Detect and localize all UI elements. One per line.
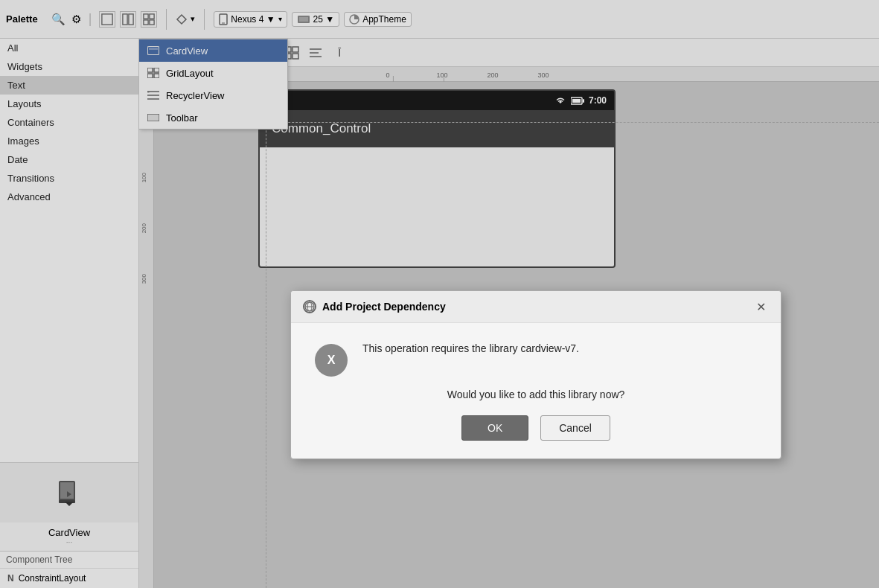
dialog-cancel-button[interactable]: Cancel [540,415,610,441]
dialog-message2: Would you like to add this library now? [315,389,757,400]
dialog-ok-button[interactable]: OK [461,415,528,441]
add-dependency-dialog: Add Project Dependency ✕ X This operatio… [290,290,781,459]
dialog-title-text: Add Project Dependency [322,301,446,313]
dialog-title-left: Add Project Dependency [303,300,446,313]
dialog-overlay: Add Project Dependency ✕ X This operatio… [0,0,879,588]
error-icon: X [315,344,348,377]
dialog-body: X This operation requires the library ca… [291,323,781,458]
globe-icon [303,300,316,313]
dialog-buttons: OK Cancel [315,415,757,447]
dialog-message1: This operation requires the library card… [362,341,579,357]
dialog-close-button[interactable]: ✕ [752,298,769,315]
dialog-content-row: X This operation requires the library ca… [315,341,757,377]
dialog-title-bar: Add Project Dependency ✕ [291,291,781,323]
